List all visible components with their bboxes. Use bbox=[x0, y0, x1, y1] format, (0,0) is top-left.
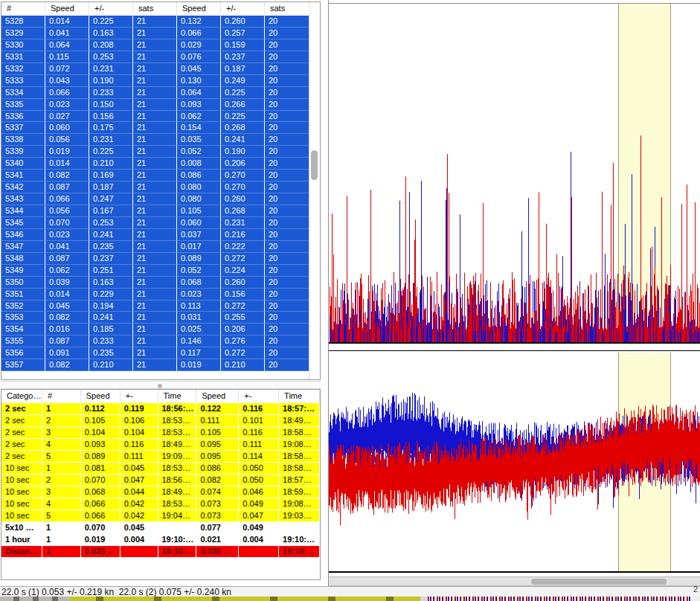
table-row[interactable]: 5x10 …10.0700.0450.0770.049 bbox=[1, 522, 320, 534]
table-row[interactable]: 53440.0560.167210.1050.26820 bbox=[1, 205, 320, 217]
table-cell: 21 bbox=[133, 39, 177, 51]
table-cell: 21 bbox=[133, 347, 177, 359]
table-cell: 20 bbox=[265, 51, 310, 63]
table-row[interactable]: 10 sec40.0660.04218:53…0.0730.04919:08… bbox=[1, 498, 320, 510]
table-row[interactable]: 53390.0190.225210.0520.19020 bbox=[1, 146, 320, 158]
column-header[interactable]: sats bbox=[133, 2, 177, 16]
horizontal-scrollbar-thumb[interactable] bbox=[531, 579, 667, 585]
column-header[interactable]: Speed bbox=[81, 390, 121, 403]
table-cell: 0.241 bbox=[89, 312, 133, 324]
table-row[interactable]: 53500.0390.163210.0680.26020 bbox=[1, 277, 320, 289]
table-cell: 0.225 bbox=[221, 111, 265, 123]
table-cell: 0.070 bbox=[81, 475, 121, 486]
table-row[interactable]: 2 sec20.1050.10618:53…0.1110.10118:49… bbox=[1, 415, 320, 427]
table-row[interactable]: 53290.0410.163210.0660.25720 bbox=[1, 28, 320, 39]
table-row[interactable]: 10 sec20.0700.04718:56…0.0820.05018:57… bbox=[1, 475, 320, 486]
table-row[interactable]: 53340.0660.233210.0640.22520 bbox=[1, 87, 320, 99]
table-cell: 21 bbox=[133, 300, 177, 312]
table-cell bbox=[239, 546, 279, 558]
table-row[interactable]: 53280.0140.225210.1320.26020 bbox=[1, 16, 320, 28]
table-cell: 0.052 bbox=[177, 146, 221, 158]
speed-band-chart-canvas[interactable] bbox=[329, 352, 700, 575]
table-row[interactable]: 53540.0160.185210.0250.20620 bbox=[1, 324, 320, 335]
table-row[interactable]: 53550.0870.233210.1460.27620 bbox=[1, 335, 320, 347]
table-row[interactable]: Distan…10.035 …19:10:…0.039 …19:10:… bbox=[1, 546, 320, 558]
table-row[interactable]: 53460.0230.241210.0370.21620 bbox=[1, 229, 320, 241]
table-cell: 0.194 bbox=[89, 300, 133, 312]
table-row[interactable]: 53380.0560.231210.0350.24120 bbox=[1, 134, 320, 146]
table-cell: 1 bbox=[42, 403, 81, 415]
table-row[interactable]: 53360.0270.156210.0620.22520 bbox=[1, 111, 320, 123]
column-header[interactable]: # bbox=[1, 2, 45, 16]
table-row[interactable]: 53330.0430.190210.1300.24920 bbox=[1, 75, 320, 87]
column-header[interactable]: # bbox=[42, 390, 81, 403]
table-row[interactable]: 53530.0820.241210.0310.25520 bbox=[1, 312, 320, 324]
column-header[interactable]: Speed bbox=[196, 390, 239, 403]
table-cell: 0.031 bbox=[177, 312, 221, 324]
table-cell: 2 bbox=[42, 415, 81, 427]
column-header[interactable]: +/- bbox=[221, 2, 265, 16]
table-cell: 20 bbox=[265, 39, 310, 51]
table-cell: 0.089 bbox=[177, 253, 221, 265]
splitter-handle-icon[interactable] bbox=[158, 384, 162, 388]
table-cell: 0.231 bbox=[89, 134, 133, 146]
table-row[interactable]: 53310.1150.253210.0760.23720 bbox=[1, 51, 320, 63]
table-row[interactable]: 2 sec10.1120.11918:56:…0.1220.11618:57:… bbox=[1, 403, 320, 415]
table-row[interactable]: 53470.0410.235210.0170.22220 bbox=[1, 241, 320, 253]
table-cell: 0.091 bbox=[45, 347, 89, 359]
table-row[interactable]: 10 sec30.0680.04418:49…0.0740.04618:59… bbox=[1, 486, 320, 498]
column-header[interactable]: +/- bbox=[89, 2, 133, 16]
table-cell: 0.111 bbox=[239, 439, 279, 451]
table-row[interactable]: 53480.0870.237210.0890.27220 bbox=[1, 253, 320, 265]
table-cell: 0.045 bbox=[121, 522, 158, 534]
column-header[interactable]: +- bbox=[121, 390, 158, 403]
column-header[interactable]: Speed bbox=[177, 2, 221, 16]
table-row[interactable]: 2 sec50.0890.11119:09…0.0950.11418:58… bbox=[1, 451, 320, 463]
table-cell: 0.105 bbox=[177, 205, 221, 217]
table-cell: 0.225 bbox=[89, 146, 133, 158]
table-cell: 21 bbox=[133, 63, 177, 75]
table-row[interactable]: 53490.0620.251210.0520.22420 bbox=[1, 265, 320, 277]
column-header[interactable]: Catego… bbox=[1, 390, 42, 403]
table-row[interactable]: 53510.0140.229210.0230.15620 bbox=[1, 289, 320, 300]
table-row[interactable]: 53420.0870.187210.0800.27020 bbox=[1, 181, 320, 193]
speed-trace-chart-area[interactable] bbox=[328, 0, 700, 586]
table-row[interactable]: 53560.0910.235210.1170.27220 bbox=[1, 347, 320, 359]
table-cell: 0.187 bbox=[89, 181, 133, 193]
table-row[interactable]: 53320.0720.231210.0450.18720 bbox=[1, 63, 320, 75]
table-cell: 20 bbox=[265, 324, 310, 335]
table-row[interactable]: 53350.0230.150210.0930.26620 bbox=[1, 99, 320, 111]
column-header[interactable]: sats bbox=[265, 2, 310, 16]
table-row[interactable]: 53410.0820.169210.0860.27020 bbox=[1, 170, 320, 181]
table-row[interactable]: 53570.0820.210210.0190.21020 bbox=[1, 359, 320, 371]
panel-splitter[interactable] bbox=[1, 381, 321, 389]
table-row[interactable]: 53520.0450.194210.1130.27220 bbox=[1, 300, 320, 312]
table-row[interactable]: 10 sec10.0810.04518:53…0.0860.05018:58… bbox=[1, 463, 320, 475]
table-row[interactable]: 53300.0640.208210.0290.15920 bbox=[1, 39, 320, 51]
table-row[interactable]: 53430.0660.247210.0800.26020 bbox=[1, 193, 320, 205]
column-header[interactable]: Speed bbox=[45, 2, 89, 16]
table-row[interactable]: 53400.0140.210210.0080.20620 bbox=[1, 158, 320, 170]
table-cell: 0.087 bbox=[45, 335, 89, 347]
table-cell: 0.104 bbox=[81, 427, 121, 439]
table-cell: 0.080 bbox=[177, 193, 221, 205]
table-row[interactable]: 2 sec40.0930.11618:49…0.0950.11119:08… bbox=[1, 439, 320, 451]
speed-spike-chart-canvas[interactable] bbox=[329, 0, 700, 352]
column-header[interactable]: Time bbox=[158, 390, 197, 403]
table-cell: 18:49… bbox=[279, 415, 320, 427]
table-row[interactable]: 53450.0700.253210.0600.23120 bbox=[1, 217, 320, 229]
horizontal-scrollbar[interactable] bbox=[329, 576, 700, 586]
column-header[interactable]: +- bbox=[239, 390, 279, 403]
vertical-scrollbar[interactable] bbox=[309, 16, 320, 379]
table-row[interactable]: 1 hour10.0190.00419:10:…0.0210.00419:10:… bbox=[1, 534, 320, 546]
table-cell: 5335 bbox=[1, 99, 45, 111]
table-cell: 18:53… bbox=[158, 463, 197, 475]
table-row[interactable]: 10 sec50.0660.04219:04…0.0730.04719:03… bbox=[1, 510, 320, 522]
table-cell: 0.167 bbox=[89, 205, 133, 217]
table-row[interactable]: 2 sec30.1040.10418:53…0.1050.11618:58… bbox=[1, 427, 320, 439]
vertical-scrollbar-thumb[interactable] bbox=[311, 150, 318, 180]
table-cell: 21 bbox=[133, 181, 177, 193]
column-header[interactable]: Time bbox=[279, 390, 320, 403]
table-cell: 5353 bbox=[1, 312, 45, 324]
table-row[interactable]: 53370.0600.175210.1540.26820 bbox=[1, 122, 320, 134]
